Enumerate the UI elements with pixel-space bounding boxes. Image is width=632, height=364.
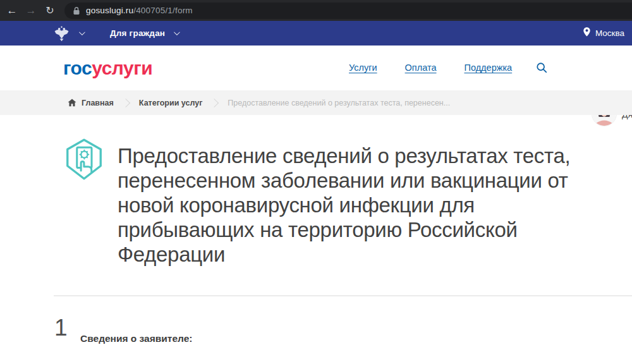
url-path: /400705/1/form xyxy=(133,6,193,15)
gov-top-bar: Для граждан Москва xyxy=(0,21,632,46)
nav-link-support[interactable]: Поддержка xyxy=(464,63,512,73)
location-pin-icon xyxy=(583,27,591,40)
lock-icon xyxy=(73,6,80,15)
breadcrumb-current: Предоставление сведений о результатах те… xyxy=(228,99,450,107)
home-icon[interactable] xyxy=(68,99,76,107)
url-domain: gosuslugi.ru xyxy=(86,6,133,15)
page-title-line: Предоставление сведений о результатах те… xyxy=(118,143,570,168)
page-title-line: перенесенном заболевании или вакцинации … xyxy=(118,168,570,193)
audience-chevron-down-icon[interactable] xyxy=(174,29,180,35)
url-text: gosuslugi.ru/400705/1/form xyxy=(86,6,193,15)
section-number: 1 xyxy=(54,315,68,341)
nav-link-services[interactable]: Услуги xyxy=(349,63,377,73)
gosuslugi-logo[interactable]: госуслуги xyxy=(63,58,152,79)
nav-link-payment[interactable]: Оплата xyxy=(405,63,437,73)
location-label: Москва xyxy=(595,28,624,38)
breadcrumb: Главная Категории услуг Предоставление с… xyxy=(0,90,632,115)
section-divider xyxy=(54,295,632,296)
page-title-line: прибывающих на территорию Российской xyxy=(118,217,570,242)
logo-part-red: услуги xyxy=(92,58,152,78)
breadcrumb-category[interactable]: Категории услуг xyxy=(139,99,203,107)
address-bar[interactable]: gosuslugi.ru/400705/1/form xyxy=(64,3,632,19)
site-header: госуслуги Услуги Оплата Поддержка Дя xyxy=(0,46,632,90)
section-label: Сведения о заявителе: xyxy=(80,333,192,344)
breadcrumb-separator-icon xyxy=(210,98,219,107)
covid-service-icon xyxy=(61,136,107,185)
page-title: Предоставление сведений о результатах те… xyxy=(118,143,570,267)
browser-toolbar: ← → ↻ gosuslugi.ru/400705/1/form xyxy=(0,0,632,21)
browser-forward-button[interactable]: → xyxy=(21,0,40,21)
page-title-line: Федерации xyxy=(118,242,570,267)
coat-of-arms-chevron-down-icon[interactable] xyxy=(79,29,85,35)
page-title-line: новой коронавирусной инфекции для xyxy=(118,193,570,217)
breadcrumb-home[interactable]: Главная xyxy=(82,99,114,107)
browser-refresh-button[interactable]: ↻ xyxy=(40,0,59,21)
search-icon[interactable] xyxy=(536,62,547,73)
browser-back-button[interactable]: ← xyxy=(3,0,21,21)
breadcrumb-separator-icon xyxy=(121,98,130,107)
coat-of-arms-icon[interactable] xyxy=(53,25,70,42)
main-navigation: Услуги Оплата Поддержка xyxy=(349,62,547,73)
audience-selector[interactable]: Для граждан xyxy=(110,28,165,38)
page: ← → ↻ gosuslugi.ru/400705/1/form xyxy=(0,0,632,364)
logo-part-blue: гос xyxy=(63,58,92,78)
location-selector[interactable]: Москва xyxy=(583,27,624,40)
